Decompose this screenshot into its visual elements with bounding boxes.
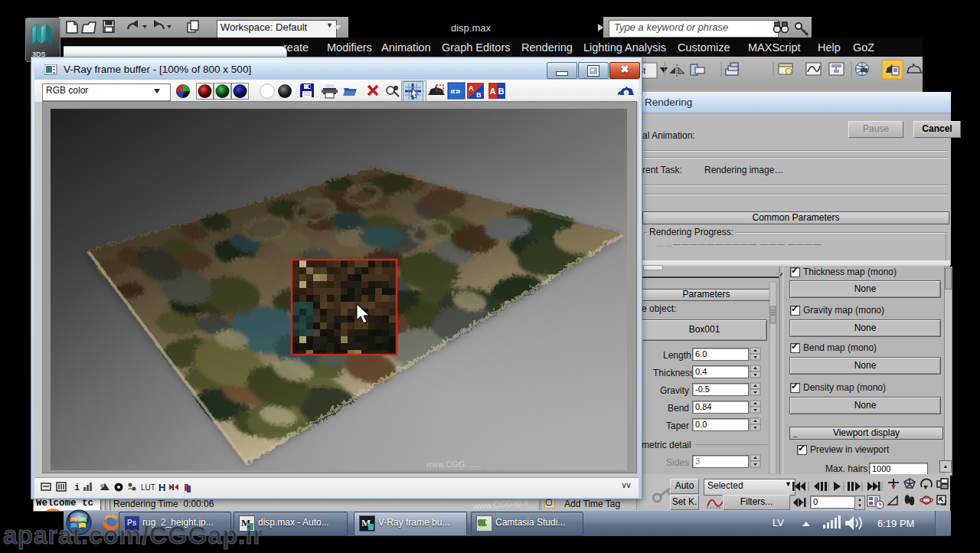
svg-text:B: B: [476, 91, 482, 99]
svg-text:A: A: [490, 87, 496, 96]
svg-text:B: B: [498, 87, 505, 96]
svg-text:LUT: LUT: [141, 483, 155, 492]
svg-text:H: H: [158, 482, 165, 493]
svg-text:«»: «»: [450, 86, 461, 97]
svg-text:A: A: [469, 84, 474, 92]
svg-text:www.CGG……: www.CGG……: [425, 460, 482, 469]
svg-text:i: i: [74, 483, 80, 493]
